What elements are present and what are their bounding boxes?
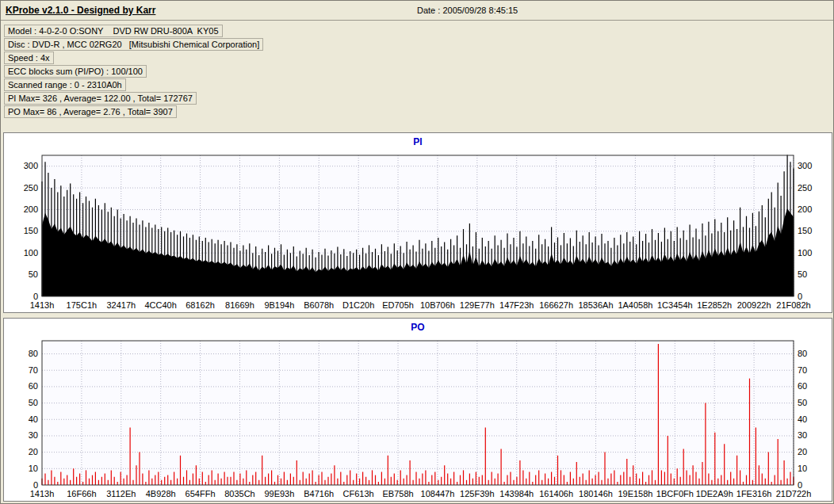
po-chart-title: PO	[4, 322, 832, 333]
svg-text:100: 100	[798, 248, 812, 258]
svg-text:100: 100	[24, 248, 38, 258]
kprobe-window: KProbe v2.1.0 - Designed by Karr Date : …	[0, 0, 834, 504]
svg-text:B4716h: B4716h	[304, 489, 334, 498]
svg-text:10: 10	[29, 464, 38, 473]
info-line-disc: Disc : DVD-R , MCC 02RG20 [Mitsubishi Ch…	[4, 38, 263, 51]
svg-text:40: 40	[798, 414, 807, 424]
svg-text:4B928h: 4B928h	[146, 489, 176, 498]
svg-text:1A4058h: 1A4058h	[618, 300, 652, 310]
svg-text:80: 80	[798, 349, 807, 358]
svg-text:150: 150	[24, 226, 38, 235]
svg-text:EB758h: EB758h	[382, 489, 413, 498]
svg-text:32417h: 32417h	[106, 300, 136, 310]
svg-text:18536Ah: 18536Ah	[579, 300, 614, 310]
svg-text:1E2852h: 1E2852h	[697, 300, 732, 310]
svg-text:200: 200	[798, 204, 812, 214]
svg-text:1C3454h: 1C3454h	[657, 300, 693, 310]
svg-text:0: 0	[33, 480, 38, 490]
svg-text:30: 30	[798, 430, 807, 440]
svg-text:9B194h: 9B194h	[264, 300, 294, 310]
svg-text:161406h: 161406h	[539, 489, 573, 498]
svg-text:300: 300	[24, 161, 38, 170]
svg-text:1BCF0Fh: 1BCF0Fh	[656, 489, 694, 498]
svg-text:8035Ch: 8035Ch	[224, 489, 255, 498]
info-line-speed: Speed : 4x	[4, 52, 54, 64]
svg-text:1FE316h: 1FE316h	[736, 489, 772, 498]
svg-text:70: 70	[798, 365, 807, 375]
svg-text:4CC40h: 4CC40h	[145, 300, 177, 310]
svg-text:150: 150	[798, 226, 812, 235]
svg-text:20: 20	[29, 447, 38, 456]
svg-text:50: 50	[29, 398, 38, 407]
svg-text:250: 250	[24, 183, 38, 193]
svg-text:1413h: 1413h	[30, 300, 55, 310]
svg-text:19E158h: 19E158h	[618, 489, 652, 498]
po-plot: 00101020203030404050506060707080801413h1…	[4, 334, 832, 501]
svg-text:0: 0	[33, 292, 38, 301]
svg-text:129E77h: 129E77h	[460, 300, 495, 310]
info-line-po-stats: PO Max= 86 , Average= 2.76 , Total= 3907	[4, 105, 177, 118]
svg-text:50: 50	[798, 269, 807, 279]
svg-text:200922h: 200922h	[737, 300, 771, 310]
svg-text:1413h: 1413h	[30, 489, 55, 498]
info-line-pi-stats: PI Max= 326 , Average= 122.00 , Total= 1…	[4, 92, 197, 105]
svg-text:143984h: 143984h	[499, 489, 534, 498]
svg-text:1DE2A9h: 1DE2A9h	[696, 489, 733, 498]
info-line-ecc: ECC blocks sum (PI/PO) : 100/100	[4, 65, 147, 78]
svg-text:166627h: 166627h	[539, 300, 573, 310]
info-panel: Model : 4-0-2-0 O:SONY DVD RW DRU-800A K…	[4, 25, 263, 119]
svg-text:50: 50	[798, 398, 807, 407]
svg-text:20: 20	[798, 447, 807, 456]
svg-text:180146h: 180146h	[579, 489, 613, 498]
svg-text:B6078h: B6078h	[304, 300, 334, 310]
svg-text:21D722h: 21D722h	[776, 489, 812, 498]
svg-text:68162h: 68162h	[186, 300, 215, 310]
svg-text:10B706h: 10B706h	[420, 300, 455, 310]
scan-date-label: Date : 2005/09/28 8:45:15	[417, 6, 518, 15]
svg-text:81669h: 81669h	[225, 300, 254, 310]
svg-text:175C1h: 175C1h	[67, 300, 98, 310]
svg-text:300: 300	[798, 161, 812, 170]
svg-text:99E93h: 99E93h	[264, 489, 294, 498]
svg-text:654FFh: 654FFh	[186, 489, 216, 498]
svg-text:0: 0	[798, 292, 802, 301]
app-title: KProbe v2.1.0 - Designed by Karr	[6, 5, 155, 16]
svg-text:60: 60	[29, 381, 38, 391]
info-line-model: Model : 4-0-2-0 O:SONY DVD RW DRU-800A K…	[4, 25, 223, 37]
pi-chart-title: PI	[4, 136, 832, 147]
svg-text:21F082h: 21F082h	[776, 300, 810, 310]
info-line-scanned-range: Scanned range : 0 - 2310A0h	[4, 78, 126, 91]
svg-text:40: 40	[29, 414, 38, 424]
svg-text:200: 200	[24, 204, 38, 214]
header-bar: KProbe v2.1.0 - Designed by Karr Date : …	[1, 1, 833, 21]
svg-text:30: 30	[29, 430, 38, 440]
svg-text:80: 80	[29, 349, 38, 358]
svg-text:3112Eh: 3112Eh	[106, 489, 136, 498]
svg-text:50: 50	[29, 269, 38, 279]
po-chart-panel: PO 0010102020303040405050606070708080141…	[3, 318, 832, 502]
pi-plot: 0050501001001501502002002502503003001413…	[4, 149, 832, 312]
svg-text:147F23h: 147F23h	[499, 300, 534, 310]
pi-chart-panel: PI 0050501001001501502002002502503003001…	[3, 132, 832, 313]
svg-text:16F66h: 16F66h	[67, 489, 96, 498]
svg-text:D1C20h: D1C20h	[342, 300, 374, 310]
svg-text:10: 10	[798, 464, 807, 473]
svg-text:250: 250	[798, 183, 812, 193]
svg-text:70: 70	[29, 365, 38, 375]
svg-text:ED705h: ED705h	[382, 300, 414, 310]
svg-text:125F39h: 125F39h	[460, 489, 494, 498]
svg-text:CF613h: CF613h	[343, 489, 374, 498]
svg-text:108447h: 108447h	[421, 489, 455, 498]
svg-text:60: 60	[798, 381, 807, 391]
svg-text:0: 0	[798, 480, 802, 490]
